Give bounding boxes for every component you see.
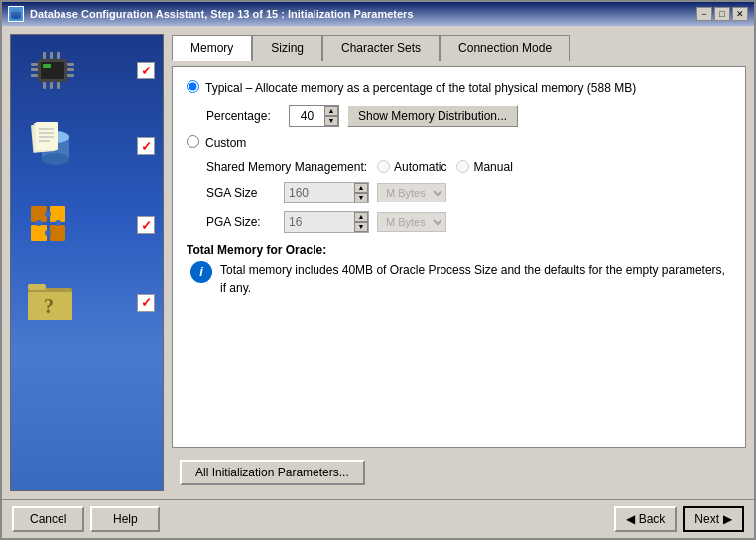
titlebar: Database Configuration Assistant, Step 1…	[2, 2, 754, 26]
custom-radio-label: Custom	[205, 135, 246, 152]
folder-question-icon: ?	[26, 276, 80, 329]
all-initialization-parameters-button[interactable]: All Initialization Parameters...	[180, 460, 365, 485]
percentage-input[interactable]: 40	[290, 107, 324, 125]
automatic-radio[interactable]	[377, 160, 390, 173]
memory-type-group: Typical – Allocate memory as a percentag…	[187, 80, 731, 233]
svg-point-2	[11, 15, 21, 19]
custom-radio-row: Custom	[187, 135, 731, 152]
pga-unit-select[interactable]: M Bytes	[377, 212, 446, 232]
svg-rect-33	[50, 225, 65, 241]
sga-label: SGA Size	[206, 186, 276, 200]
total-memory-section: Total Memory for Oracle: i Total memory …	[187, 243, 731, 297]
next-arrow-icon: ▶	[723, 512, 732, 526]
sga-row: SGA Size ▲ ▼ M Bytes	[206, 182, 731, 203]
cancel-button[interactable]: Cancel	[12, 506, 84, 532]
footer-left: Cancel Help	[12, 506, 160, 532]
tab-connection-mode[interactable]: Connection Mode	[440, 35, 570, 61]
footer: Cancel Help ◀ Back Next ▶	[2, 499, 754, 538]
sga-unit-select[interactable]: M Bytes	[377, 183, 446, 202]
list-item: ✓	[16, 111, 158, 181]
custom-radio[interactable]	[187, 135, 199, 148]
percentage-label: Percentage:	[206, 109, 281, 123]
pga-label: PGA Size:	[206, 215, 276, 229]
spinner-buttons: ▲ ▼	[324, 106, 338, 126]
puzzle-icon	[26, 202, 70, 249]
back-button[interactable]: ◀ Back	[614, 506, 678, 532]
chip-icon	[26, 51, 80, 90]
list-item: ✓	[16, 196, 158, 255]
info-row: i Total memory includes 40MB of Oracle P…	[190, 261, 731, 297]
sga-input-wrapper: ▲ ▼	[284, 182, 369, 203]
svg-point-37	[55, 220, 61, 226]
titlebar-left: Database Configuration Assistant, Step 1…	[8, 6, 414, 22]
automatic-label: Automatic	[394, 160, 446, 174]
sga-spinner-down: ▼	[354, 193, 368, 202]
bottom-section: All Initialization Parameters...	[172, 454, 746, 491]
pga-input-wrapper: ▲ ▼	[284, 211, 369, 233]
step2-checkbox: ✓	[137, 137, 155, 155]
next-label: Next	[694, 512, 719, 526]
manual-radio[interactable]	[456, 160, 469, 173]
manual-radio-wrapper: Manual	[456, 160, 512, 174]
tab-sizing[interactable]: Sizing	[252, 35, 322, 61]
svg-rect-31	[31, 225, 47, 241]
minimize-button[interactable]: −	[696, 7, 712, 21]
spinner-up-button[interactable]: ▲	[324, 106, 338, 116]
titlebar-buttons: − □ ✕	[696, 7, 748, 21]
sga-spinner-up: ▲	[354, 183, 368, 193]
pga-spinner-down: ▼	[354, 222, 368, 232]
percentage-row: Percentage: 40 ▲ ▼ Show Memory Distribut…	[206, 105, 731, 127]
svg-point-35	[36, 220, 42, 226]
typical-radio-row: Typical – Allocate memory as a percentag…	[187, 80, 731, 97]
pga-input[interactable]	[285, 213, 354, 231]
right-panel: Memory Sizing Character Sets Connection …	[172, 34, 746, 491]
list-item: ✓	[16, 45, 158, 96]
svg-text:?: ?	[44, 295, 54, 317]
custom-section: Shared Memory Management: Automatic Manu…	[187, 160, 731, 233]
svg-rect-6	[31, 68, 38, 71]
svg-rect-16	[57, 82, 60, 89]
svg-rect-25	[36, 122, 58, 150]
help-button[interactable]: Help	[90, 506, 160, 532]
docs-icon	[26, 117, 80, 175]
svg-rect-12	[50, 52, 53, 59]
back-arrow-icon: ◀	[626, 512, 635, 526]
main-window: Database Configuration Assistant, Step 1…	[0, 0, 756, 540]
maximize-button[interactable]: □	[714, 7, 730, 21]
svg-point-36	[45, 230, 51, 236]
svg-rect-15	[50, 82, 53, 89]
svg-point-34	[45, 211, 51, 217]
automatic-radio-wrapper: Automatic	[377, 160, 446, 174]
svg-rect-14	[43, 82, 46, 89]
svg-rect-10	[67, 74, 74, 77]
manual-label: Manual	[473, 160, 512, 174]
svg-rect-39	[28, 284, 46, 290]
total-memory-label: Total Memory for Oracle:	[187, 243, 731, 257]
svg-rect-17	[43, 64, 51, 68]
close-button[interactable]: ✕	[732, 7, 748, 21]
shared-memory-row: Shared Memory Management: Automatic Manu…	[206, 160, 731, 174]
svg-rect-13	[57, 52, 60, 59]
sga-input[interactable]	[285, 184, 354, 202]
show-memory-distribution-button[interactable]: Show Memory Distribution...	[347, 105, 518, 127]
info-icon: i	[190, 261, 212, 283]
next-button[interactable]: Next ▶	[683, 506, 744, 532]
step3-checkbox: ✓	[137, 216, 155, 234]
content-area: ✓	[2, 26, 754, 499]
pga-spinner-up: ▲	[354, 212, 368, 222]
window-title: Database Configuration Assistant, Step 1…	[30, 8, 414, 20]
left-panel: ✓	[10, 34, 164, 491]
step4-checkbox: ✓	[137, 294, 155, 312]
back-label: Back	[639, 512, 666, 526]
pga-spinner-buttons: ▲ ▼	[354, 212, 368, 232]
pga-row: PGA Size: ▲ ▼ M Bytes	[206, 211, 731, 233]
typical-radio[interactable]	[187, 80, 199, 93]
tab-content-memory: Typical – Allocate memory as a percentag…	[172, 66, 746, 448]
app-icon	[8, 6, 24, 22]
tab-character-sets[interactable]: Character Sets	[322, 35, 440, 61]
step1-checkbox: ✓	[137, 62, 155, 79]
spinner-down-button[interactable]: ▼	[324, 116, 338, 126]
svg-rect-32	[50, 206, 65, 222]
tab-memory[interactable]: Memory	[172, 35, 252, 61]
svg-point-21	[42, 153, 69, 165]
